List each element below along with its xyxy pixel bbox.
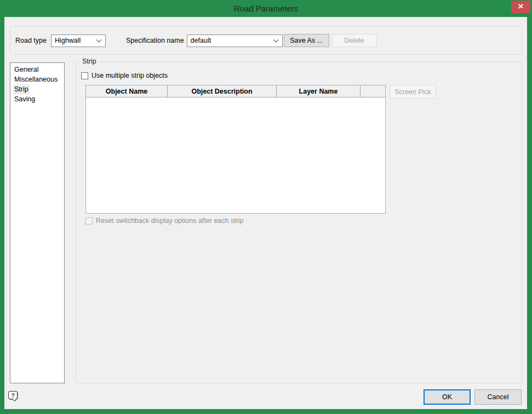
use-multiple-strip-objects-label: Use multiple strip objects (91, 72, 168, 79)
specification-name-label: Specification name (126, 37, 184, 44)
specification-panel: Road type Highwall Specification name de… (10, 26, 522, 55)
strip-groupbox-label: Strip (80, 58, 99, 65)
category-listbox[interactable]: General Miscellaneous Strip Saving (10, 62, 65, 383)
strip-objects-table-header: Object Name Object Description Layer Nam… (86, 85, 385, 97)
screen-pick-button: Screen Pick (390, 85, 436, 99)
chevron-down-icon (273, 37, 278, 43)
help-icon: ? (8, 391, 18, 399)
road-parameters-window: { "window": { "title": "Road Parameters"… (0, 0, 532, 414)
chevron-down-icon (96, 37, 102, 43)
reset-switchback-label: Reset switchback display options after e… (96, 217, 244, 225)
sidebar-item-saving[interactable]: Saving (13, 94, 36, 104)
use-multiple-strip-objects-checkbox-row[interactable]: Use multiple strip objects (81, 72, 168, 79)
close-icon: × (518, 2, 524, 11)
strip-objects-table[interactable]: Object Name Object Description Layer Nam… (85, 85, 386, 214)
sidebar-item-strip[interactable]: Strip (13, 84, 30, 94)
column-header-filler (361, 85, 385, 97)
ok-button[interactable]: OK (424, 389, 471, 405)
strip-objects-table-body[interactable] (86, 97, 385, 213)
save-as-button[interactable]: Save As ... (284, 34, 329, 47)
column-header-object-description: Object Description (168, 85, 277, 97)
reset-switchback-checkbox (85, 217, 93, 225)
specification-name-dropdown[interactable]: default (187, 34, 283, 47)
use-multiple-strip-objects-checkbox[interactable] (81, 72, 88, 79)
sidebar-item-miscellaneous[interactable]: Miscellaneous (13, 74, 59, 84)
help-icon-tail (13, 398, 16, 401)
sidebar-item-general[interactable]: General (13, 65, 39, 74)
title-bar[interactable]: Road Parameters × (0, 0, 532, 17)
window-title: Road Parameters (234, 4, 299, 13)
dialog-client-area: Road type Highwall Specification name de… (4, 17, 527, 409)
cancel-button[interactable]: Cancel (474, 389, 522, 405)
specification-name-value: default (191, 37, 211, 44)
road-type-dropdown[interactable]: Highwall (51, 34, 106, 47)
road-type-label: Road type (15, 37, 47, 44)
help-button[interactable]: ? (8, 390, 19, 401)
column-header-object-name: Object Name (86, 85, 168, 97)
delete-button: Delete (332, 34, 377, 47)
strip-groupbox: Strip Use multiple strip objects Object … (76, 61, 522, 383)
road-type-value: Highwall (55, 37, 81, 44)
close-button[interactable]: × (511, 1, 530, 13)
column-header-layer-name: Layer Name (277, 85, 361, 97)
reset-switchback-checkbox-row: Reset switchback display options after e… (85, 217, 244, 225)
